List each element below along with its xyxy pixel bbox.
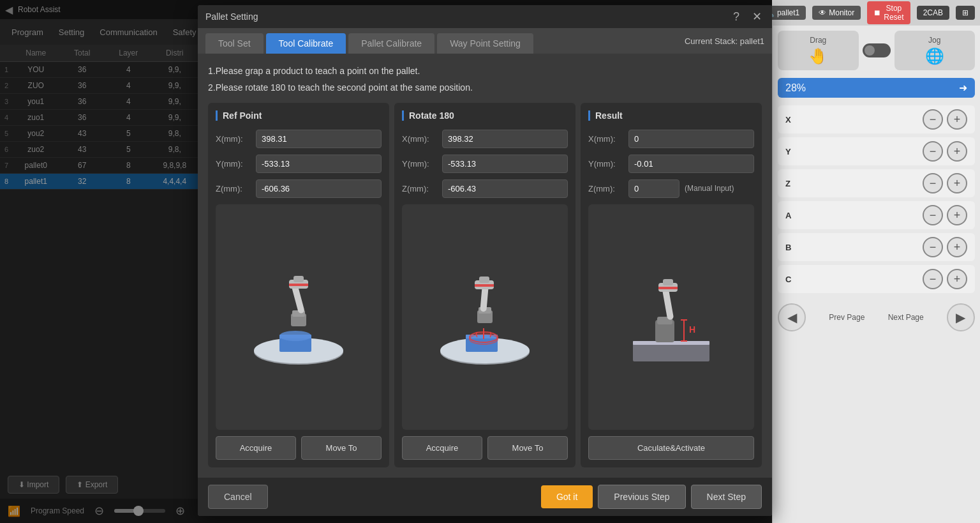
modal-content: 1.Please grap a product to teach a point… — [198, 54, 772, 478]
axis-z-plus[interactable]: + — [947, 173, 967, 193]
axis-z-minus[interactable]: − — [923, 173, 943, 193]
prev-page-btn[interactable]: ◀ — [778, 303, 806, 331]
instruction-1: 1.Please grap a product to teach a point… — [208, 64, 762, 78]
axis-b-plus[interactable]: + — [947, 237, 967, 257]
monitor-btn[interactable]: 👁 Monitor — [812, 6, 861, 20]
prev-step-btn[interactable]: Previous Step — [598, 485, 685, 509]
percent-value: 28% — [785, 82, 806, 94]
svg-point-4 — [279, 331, 311, 341]
axis-a-group: A − + — [778, 201, 975, 229]
ref-acquire-btn[interactable]: Accquire — [216, 436, 296, 460]
pallet-label: pallet1 — [777, 8, 799, 17]
modal-titlebar: Pallet Setting ? ✕ — [198, 5, 772, 28]
toggle-knob — [865, 45, 875, 56]
axis-a-minus[interactable]: − — [923, 205, 943, 225]
rot-y-input[interactable] — [442, 155, 568, 173]
ref-y-label: Y(mm): — [216, 159, 251, 169]
axis-b-label: B — [785, 243, 791, 252]
ref-point-svg — [248, 259, 350, 374]
modal-title: Pallet Setting — [205, 11, 258, 22]
res-y-row: Y(mm): — [588, 155, 754, 173]
axis-b-minus[interactable]: − — [923, 237, 943, 257]
axis-z-group: Z − + — [778, 169, 975, 197]
result-illustration: H — [588, 204, 754, 430]
instructions: 1.Please grap a product to teach a point… — [208, 64, 762, 95]
monitor-icon: 👁 — [819, 8, 826, 17]
pallet-setting-modal: Pallet Setting ? ✕ Tool Set Tool Calibra… — [198, 5, 772, 516]
axis-controls: X − + Y − + Z − + A − + — [773, 100, 980, 298]
jog-control[interactable]: Jog 🌐 — [895, 31, 976, 70]
close-btn[interactable]: ✕ — [749, 9, 764, 24]
axis-x-minus[interactable]: − — [923, 109, 943, 130]
axis-z-label: Z — [785, 179, 791, 188]
svg-rect-35 — [658, 287, 678, 289]
instruction-2: 2.Please rotate 180 to teach the second … — [208, 80, 762, 95]
rotate-180-panel: Rotate 180 X(mm): Y(mm): Z(mm): — [394, 103, 575, 467]
footer-right: Got it Previous Step Next Step — [541, 485, 762, 509]
axis-c-plus[interactable]: + — [947, 269, 967, 289]
ref-z-row: Z(mm): — [216, 179, 382, 198]
ref-point-buttons: Accquire Move To — [216, 436, 382, 460]
rot-acquire-btn[interactable]: Accquire — [402, 436, 482, 460]
svg-rect-10 — [289, 284, 308, 286]
ref-y-input[interactable] — [256, 155, 382, 173]
ref-x-input[interactable] — [256, 130, 382, 148]
right-panel: 🔧 pallet1 👁 Monitor ⏹ Stop Reset 2CAB ⊞ … — [772, 0, 980, 523]
drag-control[interactable]: Drag 🤚 — [778, 31, 859, 70]
calculate-activate-btn[interactable]: Caculate&Activate — [588, 436, 754, 460]
axis-x-plus[interactable]: + — [947, 109, 967, 130]
axis-y-minus[interactable]: − — [923, 141, 943, 162]
ref-z-input[interactable] — [256, 179, 382, 198]
mode-toggle[interactable] — [863, 43, 891, 57]
stop-reset-btn[interactable]: ⏹ Stop Reset — [867, 1, 910, 24]
result-svg: H — [620, 259, 722, 374]
result-panel: Result X(mm): Y(mm): Z(mm): (Manual Inpu… — [581, 103, 762, 467]
axis-x-group: X − + — [778, 105, 975, 133]
tab-way-point-setting[interactable]: Way Point Setting — [437, 33, 533, 54]
res-y-label: Y(mm): — [588, 159, 623, 169]
axis-c-minus[interactable]: − — [923, 269, 943, 289]
footer-left: Cancel — [208, 485, 268, 509]
axis-c-label: C — [785, 275, 791, 284]
manual-input-label: (Manual Input) — [685, 184, 734, 193]
next-page-btn[interactable]: ▶ — [947, 303, 975, 331]
tab-tool-set[interactable]: Tool Set — [205, 33, 264, 54]
rot-x-label: X(mm): — [402, 134, 437, 144]
ref-point-panel: Ref Point X(mm): Y(mm): Z(mm): — [208, 103, 389, 467]
result-title: Result — [588, 110, 754, 121]
res-z-input[interactable] — [628, 179, 679, 198]
drag-icon: 🤚 — [783, 47, 854, 65]
cancel-btn[interactable]: Cancel — [208, 485, 268, 509]
res-y-input[interactable] — [628, 155, 754, 173]
ref-move-to-btn[interactable]: Move To — [301, 436, 382, 460]
drag-label: Drag — [783, 36, 854, 45]
got-it-btn[interactable]: Got it — [541, 485, 593, 508]
rot-x-row: X(mm): — [402, 130, 568, 148]
tab-tool-calibrate[interactable]: Tool Calibrate — [266, 33, 346, 54]
tab-pallet-calibrate[interactable]: Pallet Calibrate — [348, 33, 434, 54]
axis-a-plus[interactable]: + — [947, 205, 967, 225]
axis-y-plus[interactable]: + — [947, 141, 967, 162]
ref-point-illustration — [216, 204, 382, 430]
percent-bar: 28% ➜ — [778, 78, 975, 98]
monitor-label: Monitor — [829, 8, 854, 17]
grid-btn[interactable]: ⊞ — [956, 6, 975, 20]
rot-z-input[interactable] — [442, 179, 568, 198]
modal-tabs: Tool Set Tool Calibrate Pallet Calibrate… — [198, 28, 541, 54]
rot-x-input[interactable] — [442, 130, 568, 148]
rotate180-svg — [434, 259, 536, 374]
modal-footer: Cancel Got it Previous Step Next Step — [198, 478, 772, 516]
cab-btn[interactable]: 2CAB — [917, 6, 949, 20]
nav-buttons: ◀ Prev Page Next Page ▶ — [773, 298, 980, 337]
rot-y-label: Y(mm): — [402, 159, 437, 169]
current-stack-label: Current Stack: — [685, 36, 738, 46]
rot-move-to-btn[interactable]: Move To — [487, 436, 568, 460]
res-x-input[interactable] — [628, 130, 754, 148]
svg-rect-24 — [633, 342, 709, 361]
next-step-btn[interactable]: Next Step — [691, 485, 762, 509]
axis-a-label: A — [785, 211, 791, 220]
prev-page-label: Prev Page — [829, 313, 865, 322]
help-btn[interactable]: ? — [729, 9, 744, 24]
current-stack-value: pallet1 — [740, 36, 764, 46]
svg-text:H: H — [689, 324, 695, 335]
